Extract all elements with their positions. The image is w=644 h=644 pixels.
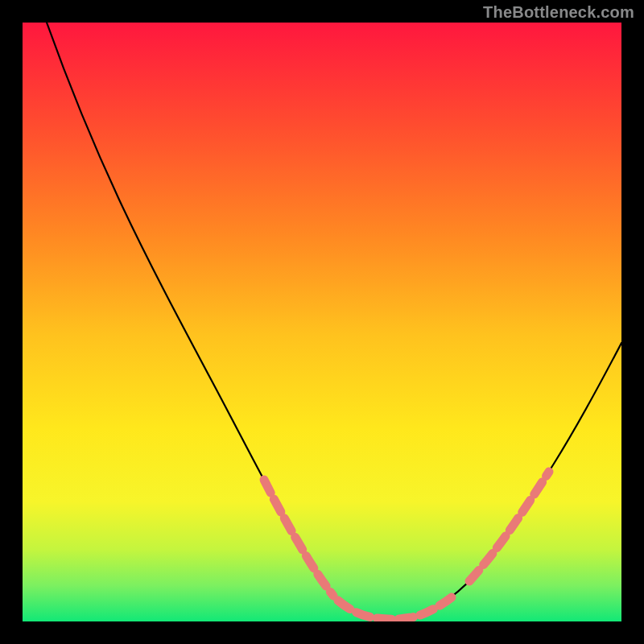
chart-svg xyxy=(23,23,621,621)
watermark-text: TheBottleneck.com xyxy=(483,3,634,22)
chart-area xyxy=(23,23,621,621)
gradient-background xyxy=(23,23,621,621)
